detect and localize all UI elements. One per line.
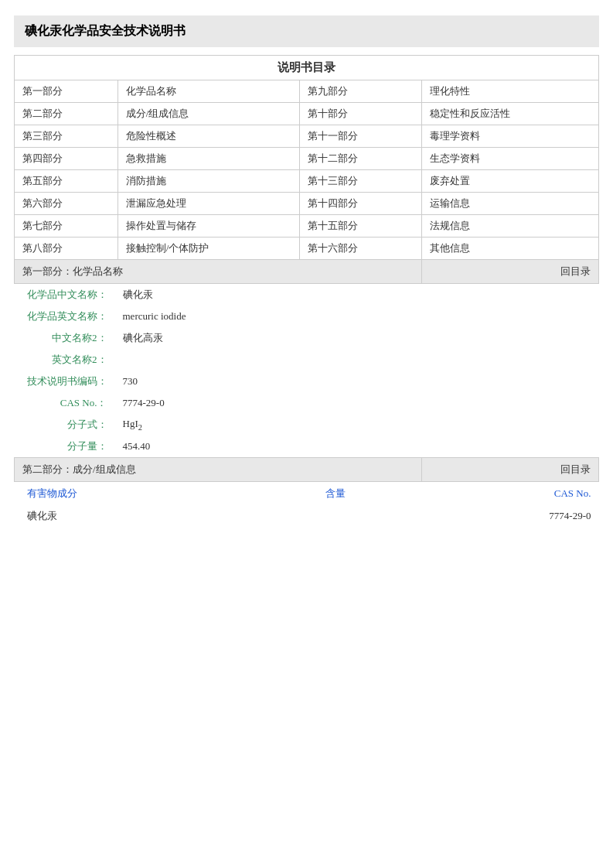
section2-banner-row: 第二部分：成分/组成信息 回目录 [15,458,599,482]
part-content: 法规信息 [421,215,598,238]
part-content: 化学品名称 [117,80,300,103]
field-label-english-name: 化学品英文名称： [15,306,115,327]
section2-return-link[interactable]: 回目录 [421,458,598,482]
part-label: 第十六部分 [300,238,422,260]
toc-row-7: 第七部分 操作处置与储存 第十五部分 法规信息 [15,215,599,238]
field-mw: 分子量： 454.40 [15,436,599,457]
field-label-english-name2: 英文名称2： [15,349,115,371]
col-header-content: 含量 [248,482,424,505]
part-content: 理化特性 [421,80,598,103]
part-content: 急救措施 [117,148,300,170]
toc-row-2: 第二部分 成分/组成信息 第十部分 稳定性和反应活性 [15,103,599,125]
part-content: 消防措施 [117,170,300,193]
main-table: 说明书目录 第一部分 化学品名称 第九部分 理化特性 第二部分 成分/组成信息 … [14,55,599,527]
field-tech-code: 技术说明书编码： 730 [15,371,599,392]
field-cas: CAS No.： 7774-29-0 [15,392,599,414]
part-content: 毒理学资料 [421,125,598,148]
component-content [248,505,424,527]
part-label: 第二部分 [15,103,118,125]
toc-row-4: 第四部分 急救措施 第十二部分 生态学资料 [15,148,599,170]
field-english-name2: 英文名称2： [15,349,599,371]
toc-row-3: 第三部分 危险性概述 第十一部分 毒理学资料 [15,125,599,148]
part-content: 成分/组成信息 [117,103,300,125]
toc-row-8: 第八部分 接触控制/个体防护 第十六部分 其他信息 [15,238,599,260]
field-chinese-name: 化学品中文名称： 碘化汞 [15,284,599,306]
toc-row-6: 第六部分 泄漏应急处理 第十四部分 运输信息 [15,193,599,215]
component-name: 碘化汞 [15,505,248,527]
part-label: 第三部分 [15,125,118,148]
part-content: 接触控制/个体防护 [117,238,300,260]
hazardous-data-row-1: 碘化汞 7774-29-0 [15,505,599,527]
part-content: 危险性概述 [117,125,300,148]
field-formula: 分子式： HgI2 [15,414,599,436]
field-label-mw: 分子量： [15,436,115,457]
page: 碘化汞化学品安全技术说明书 说明书目录 第一部分 化学品名称 第九部分 理化特性… [0,0,613,868]
col-header-component: 有害物成分 [15,482,248,505]
part-label: 第五部分 [15,170,118,193]
field-value-tech-code: 730 [115,371,599,392]
part-content: 泄漏应急处理 [117,193,300,215]
section1-banner-row: 第一部分：化学品名称 回目录 [15,260,599,284]
field-value-formula: HgI2 [115,414,599,436]
part-content: 运输信息 [421,193,598,215]
part-label: 第四部分 [15,148,118,170]
part-label: 第六部分 [15,193,118,215]
field-value-english-name2 [115,349,599,371]
field-value-cas: 7774-29-0 [115,392,599,414]
section1-banner: 第一部分：化学品名称 [15,260,422,284]
field-label-cas: CAS No.： [15,392,115,414]
section2-content-row: 有害物成分 含量 CAS No. 碘化汞 7774-29-0 [15,482,599,528]
field-chinese-name2: 中文名称2： 碘化高汞 [15,327,599,349]
main-title-row: 碘化汞化学品安全技术说明书 [14,15,599,47]
part-label: 第一部分 [15,80,118,103]
field-row-zhongwen: 化学品中文名称： 碘化汞 化学品英文名称： mercuric iodide 中文… [15,284,599,458]
part-label: 第九部分 [300,80,422,103]
part-content: 其他信息 [421,238,598,260]
field-label-formula: 分子式： [15,414,115,436]
part-label: 第十三部分 [300,170,422,193]
part-label: 第十部分 [300,103,422,125]
field-value-mw: 454.40 [115,436,599,457]
field-value-chinese-name2: 碘化高汞 [115,327,599,349]
part-content: 生态学资料 [421,148,598,170]
hazardous-header-row: 有害物成分 含量 CAS No. [15,482,599,505]
section1-return-link[interactable]: 回目录 [421,260,598,284]
toc-row-1: 第一部分 化学品名称 第九部分 理化特性 [15,80,599,103]
part-content: 废弃处置 [421,170,598,193]
part-label: 第十一部分 [300,125,422,148]
part-label: 第十五部分 [300,215,422,238]
field-label-tech-code: 技术说明书编码： [15,371,115,392]
field-value-chinese-name: 碘化汞 [115,284,599,306]
section2-banner: 第二部分：成分/组成信息 [15,458,422,482]
hazardous-table: 有害物成分 含量 CAS No. 碘化汞 7774-29-0 [15,482,599,527]
part-label: 第八部分 [15,238,118,260]
part-label: 第十四部分 [300,193,422,215]
field-english-name: 化学品英文名称： mercuric iodide [15,306,599,327]
field-label-chinese-name2: 中文名称2： [15,327,115,349]
part-label: 第十二部分 [300,148,422,170]
toc-label: 说明书目录 [15,56,599,80]
component-cas: 7774-29-0 [424,505,599,527]
toc-row-5: 第五部分 消防措施 第十三部分 废弃处置 [15,170,599,193]
toc-header-row: 说明书目录 [15,56,599,80]
field-value-english-name: mercuric iodide [115,306,599,327]
field-label-chinese-name: 化学品中文名称： [15,284,115,306]
part-content: 稳定性和反应活性 [421,103,598,125]
part-content: 操作处置与储存 [117,215,300,238]
main-title: 碘化汞化学品安全技术说明书 [25,24,186,37]
col-header-cas: CAS No. [424,482,599,505]
part-label: 第七部分 [15,215,118,238]
